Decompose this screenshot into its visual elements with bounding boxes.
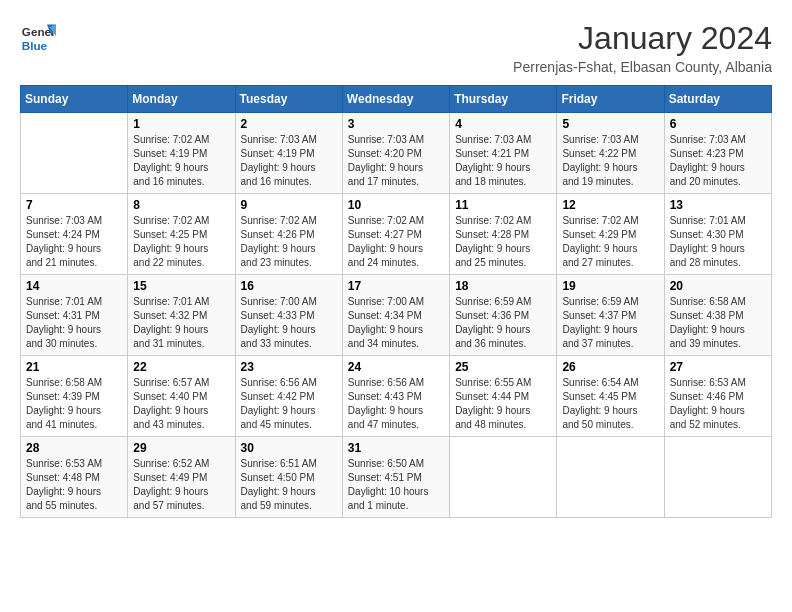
day-number: 9 [241,198,337,212]
calendar-cell: 10Sunrise: 7:02 AM Sunset: 4:27 PM Dayli… [342,194,449,275]
day-number: 21 [26,360,122,374]
day-info: Sunrise: 6:58 AM Sunset: 4:39 PM Dayligh… [26,376,122,432]
header-sunday: Sunday [21,86,128,113]
calendar-cell [557,437,664,518]
day-info: Sunrise: 6:55 AM Sunset: 4:44 PM Dayligh… [455,376,551,432]
calendar-cell: 20Sunrise: 6:58 AM Sunset: 4:38 PM Dayli… [664,275,771,356]
day-info: Sunrise: 7:02 AM Sunset: 4:26 PM Dayligh… [241,214,337,270]
day-number: 17 [348,279,444,293]
month-title: January 2024 [513,20,772,57]
calendar-cell: 15Sunrise: 7:01 AM Sunset: 4:32 PM Dayli… [128,275,235,356]
calendar-cell: 2Sunrise: 7:03 AM Sunset: 4:19 PM Daylig… [235,113,342,194]
page-header: General Blue January 2024 Perrenjas-Fsha… [20,20,772,75]
day-number: 12 [562,198,658,212]
week-row-3: 14Sunrise: 7:01 AM Sunset: 4:31 PM Dayli… [21,275,772,356]
calendar-cell: 7Sunrise: 7:03 AM Sunset: 4:24 PM Daylig… [21,194,128,275]
day-number: 19 [562,279,658,293]
calendar-cell: 1Sunrise: 7:02 AM Sunset: 4:19 PM Daylig… [128,113,235,194]
day-info: Sunrise: 6:59 AM Sunset: 4:36 PM Dayligh… [455,295,551,351]
calendar-cell [21,113,128,194]
day-number: 22 [133,360,229,374]
logo-icon: General Blue [20,20,56,56]
calendar-cell: 31Sunrise: 6:50 AM Sunset: 4:51 PM Dayli… [342,437,449,518]
day-number: 7 [26,198,122,212]
day-info: Sunrise: 7:01 AM Sunset: 4:32 PM Dayligh… [133,295,229,351]
calendar-cell: 5Sunrise: 7:03 AM Sunset: 4:22 PM Daylig… [557,113,664,194]
calendar-cell: 29Sunrise: 6:52 AM Sunset: 4:49 PM Dayli… [128,437,235,518]
header-monday: Monday [128,86,235,113]
day-info: Sunrise: 6:50 AM Sunset: 4:51 PM Dayligh… [348,457,444,513]
header-tuesday: Tuesday [235,86,342,113]
day-number: 20 [670,279,766,293]
calendar-cell: 23Sunrise: 6:56 AM Sunset: 4:42 PM Dayli… [235,356,342,437]
day-info: Sunrise: 7:03 AM Sunset: 4:24 PM Dayligh… [26,214,122,270]
day-number: 16 [241,279,337,293]
day-info: Sunrise: 7:02 AM Sunset: 4:28 PM Dayligh… [455,214,551,270]
calendar-cell: 19Sunrise: 6:59 AM Sunset: 4:37 PM Dayli… [557,275,664,356]
calendar-cell: 27Sunrise: 6:53 AM Sunset: 4:46 PM Dayli… [664,356,771,437]
week-row-2: 7Sunrise: 7:03 AM Sunset: 4:24 PM Daylig… [21,194,772,275]
day-info: Sunrise: 7:03 AM Sunset: 4:23 PM Dayligh… [670,133,766,189]
calendar-cell: 30Sunrise: 6:51 AM Sunset: 4:50 PM Dayli… [235,437,342,518]
day-info: Sunrise: 7:03 AM Sunset: 4:22 PM Dayligh… [562,133,658,189]
day-number: 10 [348,198,444,212]
day-number: 24 [348,360,444,374]
day-number: 2 [241,117,337,131]
calendar-header-row: SundayMondayTuesdayWednesdayThursdayFrid… [21,86,772,113]
day-info: Sunrise: 6:51 AM Sunset: 4:50 PM Dayligh… [241,457,337,513]
day-number: 30 [241,441,337,455]
day-info: Sunrise: 6:56 AM Sunset: 4:43 PM Dayligh… [348,376,444,432]
day-info: Sunrise: 7:02 AM Sunset: 4:25 PM Dayligh… [133,214,229,270]
day-info: Sunrise: 7:02 AM Sunset: 4:27 PM Dayligh… [348,214,444,270]
day-number: 27 [670,360,766,374]
calendar-cell: 18Sunrise: 6:59 AM Sunset: 4:36 PM Dayli… [450,275,557,356]
day-number: 1 [133,117,229,131]
day-info: Sunrise: 6:53 AM Sunset: 4:46 PM Dayligh… [670,376,766,432]
calendar-cell: 6Sunrise: 7:03 AM Sunset: 4:23 PM Daylig… [664,113,771,194]
day-number: 14 [26,279,122,293]
calendar-cell: 26Sunrise: 6:54 AM Sunset: 4:45 PM Dayli… [557,356,664,437]
location-subtitle: Perrenjas-Fshat, Elbasan County, Albania [513,59,772,75]
header-friday: Friday [557,86,664,113]
calendar-cell: 22Sunrise: 6:57 AM Sunset: 4:40 PM Dayli… [128,356,235,437]
day-info: Sunrise: 7:02 AM Sunset: 4:19 PM Dayligh… [133,133,229,189]
day-info: Sunrise: 7:01 AM Sunset: 4:31 PM Dayligh… [26,295,122,351]
calendar-cell: 9Sunrise: 7:02 AM Sunset: 4:26 PM Daylig… [235,194,342,275]
day-number: 18 [455,279,551,293]
day-info: Sunrise: 6:54 AM Sunset: 4:45 PM Dayligh… [562,376,658,432]
day-number: 25 [455,360,551,374]
week-row-1: 1Sunrise: 7:02 AM Sunset: 4:19 PM Daylig… [21,113,772,194]
calendar-cell: 25Sunrise: 6:55 AM Sunset: 4:44 PM Dayli… [450,356,557,437]
day-number: 8 [133,198,229,212]
day-number: 28 [26,441,122,455]
title-area: January 2024 Perrenjas-Fshat, Elbasan Co… [513,20,772,75]
calendar-cell: 14Sunrise: 7:01 AM Sunset: 4:31 PM Dayli… [21,275,128,356]
day-number: 4 [455,117,551,131]
day-number: 3 [348,117,444,131]
day-info: Sunrise: 7:03 AM Sunset: 4:21 PM Dayligh… [455,133,551,189]
day-info: Sunrise: 6:58 AM Sunset: 4:38 PM Dayligh… [670,295,766,351]
day-number: 31 [348,441,444,455]
calendar-table: SundayMondayTuesdayWednesdayThursdayFrid… [20,85,772,518]
day-number: 6 [670,117,766,131]
header-wednesday: Wednesday [342,86,449,113]
header-thursday: Thursday [450,86,557,113]
svg-text:Blue: Blue [22,39,48,52]
day-info: Sunrise: 6:52 AM Sunset: 4:49 PM Dayligh… [133,457,229,513]
day-number: 11 [455,198,551,212]
day-number: 5 [562,117,658,131]
calendar-cell [450,437,557,518]
week-row-5: 28Sunrise: 6:53 AM Sunset: 4:48 PM Dayli… [21,437,772,518]
calendar-cell: 17Sunrise: 7:00 AM Sunset: 4:34 PM Dayli… [342,275,449,356]
calendar-cell: 4Sunrise: 7:03 AM Sunset: 4:21 PM Daylig… [450,113,557,194]
calendar-cell [664,437,771,518]
calendar-cell: 28Sunrise: 6:53 AM Sunset: 4:48 PM Dayli… [21,437,128,518]
day-number: 26 [562,360,658,374]
week-row-4: 21Sunrise: 6:58 AM Sunset: 4:39 PM Dayli… [21,356,772,437]
day-info: Sunrise: 6:59 AM Sunset: 4:37 PM Dayligh… [562,295,658,351]
calendar-cell: 11Sunrise: 7:02 AM Sunset: 4:28 PM Dayli… [450,194,557,275]
calendar-cell: 21Sunrise: 6:58 AM Sunset: 4:39 PM Dayli… [21,356,128,437]
calendar-cell: 13Sunrise: 7:01 AM Sunset: 4:30 PM Dayli… [664,194,771,275]
day-info: Sunrise: 6:53 AM Sunset: 4:48 PM Dayligh… [26,457,122,513]
day-number: 29 [133,441,229,455]
